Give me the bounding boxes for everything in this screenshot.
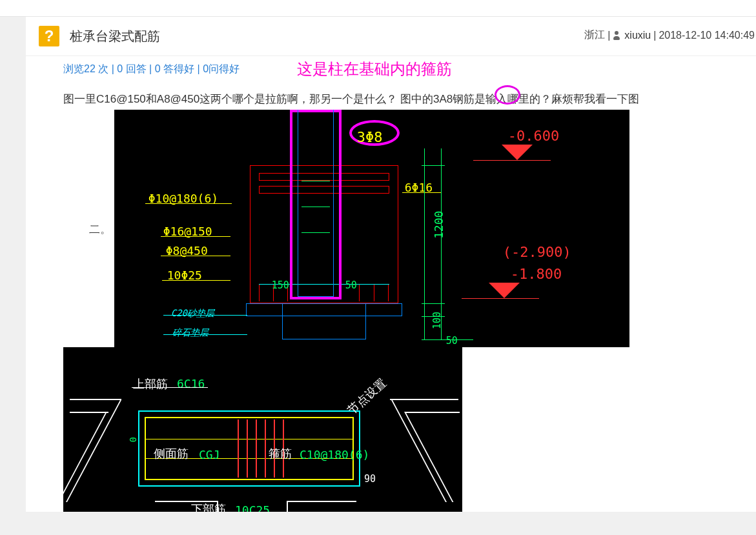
views-link[interactable]: 浏览22 次: [63, 63, 108, 74]
cad1-label-10phi25: 10Φ25: [167, 265, 202, 287]
question-body: 这是柱在基础内的箍筋 浏览22 次 | 0 回答 | 0 答得好 | 0问得好 …: [26, 56, 756, 512]
good-questions-link[interactable]: 0问得好: [203, 63, 240, 74]
cad2-label-bottom: 下部筋: [191, 498, 226, 512]
cad2-label-stirrup: 箍筋: [269, 443, 292, 465]
cad2-label-bottom-val: 10C25: [235, 500, 270, 512]
cad-figure-2: 上部筋 6C16 侧面筋 CGJ 箍筋 C10@180(6) 下部筋 10C25…: [63, 347, 462, 512]
question-line2: 二。: [89, 219, 111, 240]
cad2-label-top: 上部筋: [133, 373, 168, 395]
cad2-label-angle: 90: [364, 470, 376, 489]
cad2-label-zero: 0: [125, 437, 142, 442]
good-answers-link[interactable]: 0 答得好: [155, 63, 194, 74]
cad1-dim-50: 50: [345, 276, 357, 295]
cad1-label-6phi16: 6Φ16: [405, 177, 433, 199]
answers-link[interactable]: 0 回答: [117, 63, 146, 74]
user-icon: [613, 31, 620, 40]
cad1-label-phi10-180: Φ10@180(6): [148, 188, 218, 210]
cad1-label-stone: 碎石垫层: [172, 324, 209, 341]
question-card: ? 桩承台梁式配筋 浙江 | xiuxiu | 2018-12-10 14:40…: [26, 17, 756, 512]
cad2-label-top-val: 6C16: [177, 373, 205, 395]
author-link[interactable]: xiuxiu: [624, 30, 651, 41]
cad2-label-side: 侧面筋: [154, 443, 189, 465]
cad1-dim-150a: 150: [272, 276, 289, 295]
cad1-label-phi8-450: Φ8@450: [166, 240, 208, 262]
question-line1: 图一里C16@150和A8@450这两个哪个是拉筋啊，那另一个是什么？ 图中的3…: [63, 93, 639, 105]
cad-figure-1: Φ10@180(6) Φ16@150 Φ8@450 10Φ25: [114, 110, 629, 347]
question-header: ? 桩承台梁式配筋 浙江 | xiuxiu | 2018-12-10 14:40…: [26, 17, 756, 56]
pink-annotation: 这是柱在基础内的箍筋: [297, 59, 452, 79]
cad1-label-3phi8: 3Φ8: [357, 124, 383, 151]
cad1-label-c20: C20砂垫层: [171, 305, 214, 322]
cad1-dim-50b: 50: [446, 332, 458, 347]
cad2-label-stirrup-val: C10@180(6): [300, 444, 369, 466]
cad1-dim-100: 100: [428, 312, 447, 329]
question-title: 桩承台梁式配筋: [70, 28, 160, 45]
cad2-label-side-val: CGJ: [199, 444, 220, 466]
top-bar: [0, 0, 756, 17]
question-meta: 浙江 | xiuxiu | 2018-12-10 14:40:49: [584, 28, 755, 42]
question-mark-icon: ?: [39, 26, 59, 46]
province-label: 浙江: [584, 28, 605, 42]
cad1-dim-1200: 1200: [428, 211, 450, 239]
question-text: 图一里C16@150和A8@450这两个哪个是拉筋啊，那另一个是什么？ 图中的3…: [63, 89, 756, 512]
timestamp: 2018-12-10 14:40:49: [659, 30, 755, 41]
